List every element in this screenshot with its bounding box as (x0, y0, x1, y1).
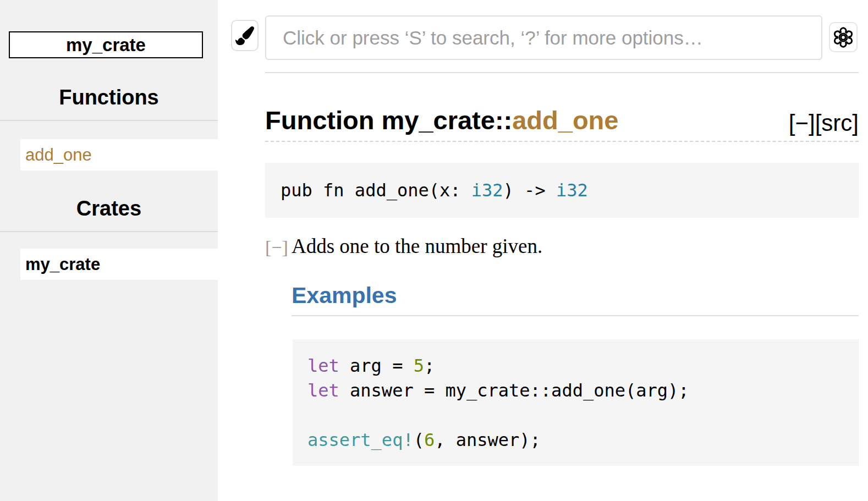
sidebar-header-crates[interactable]: Crates (0, 197, 218, 221)
search-bottom-divider (265, 72, 859, 73)
search-input[interactable] (265, 15, 822, 60)
src-link[interactable]: [src] (815, 110, 859, 136)
rustdoc-page: my_crate Functions add_one Crates my_cra… (0, 0, 868, 501)
sidebar-divider (0, 231, 218, 232)
settings-button[interactable] (829, 22, 858, 52)
sidebar: my_crate Functions add_one Crates my_cra… (0, 0, 218, 501)
sidebar-divider (0, 120, 218, 121)
examples-heading-rule (292, 315, 859, 316)
code-keyword: let (307, 355, 339, 376)
code-line: let arg = 5; (307, 354, 859, 378)
paintbrush-icon (235, 26, 254, 45)
function-signature: pub fn add_one(x: i32) -> i32 (265, 163, 859, 218)
sidebar-item-label: add_one (25, 145, 92, 165)
gear-icon (832, 26, 854, 48)
crate-location-label: my_crate (66, 35, 146, 56)
crate-location-box: my_crate (9, 31, 203, 58)
code-text: ; (424, 355, 435, 376)
signature-text: pub fn add_one(x: (281, 180, 471, 201)
code-text: arg = (339, 355, 414, 376)
theme-picker-button[interactable] (231, 20, 259, 51)
page-heading-row: Function my_crate::add_one [−][src] (265, 104, 859, 142)
primitive-type-link[interactable]: i32 (471, 180, 503, 201)
sidebar-item-my-crate[interactable]: my_crate (20, 249, 218, 280)
example-code-block: let arg = 5; let answer = my_crate::add_… (293, 339, 859, 466)
heading-controls: [−][src] (789, 110, 859, 136)
primitive-type-link[interactable]: i32 (556, 180, 588, 201)
code-macro: assert_eq! (307, 430, 414, 450)
code-line-blank (307, 403, 859, 428)
page-title-prefix: Function my_crate:: (265, 106, 512, 135)
code-number: 5 (414, 355, 424, 376)
sidebar-item-label: my_crate (25, 255, 100, 274)
code-text: , answer); (435, 430, 541, 450)
page-title: Function my_crate::add_one (265, 104, 859, 136)
page-title-fn-name[interactable]: add_one (512, 106, 618, 135)
code-number: 6 (424, 430, 435, 450)
code-line: let answer = my_crate::add_one(arg); (307, 378, 859, 403)
signature-text: ) -> (503, 180, 556, 201)
code-text: ( (414, 430, 424, 450)
doc-summary: Adds one to the number given. (292, 234, 542, 258)
code-text: answer = my_crate::add_one(arg); (339, 380, 689, 401)
collapse-all-toggle[interactable]: [−] (789, 110, 815, 136)
sidebar-header-functions[interactable]: Functions (0, 86, 218, 109)
examples-heading: Examples (292, 283, 397, 309)
code-line: assert_eq!(6, answer); (307, 428, 859, 453)
code-keyword: let (307, 380, 339, 401)
sidebar-item-add-one[interactable]: add_one (20, 139, 218, 170)
doc-collapse-toggle[interactable]: [−] (265, 237, 288, 258)
